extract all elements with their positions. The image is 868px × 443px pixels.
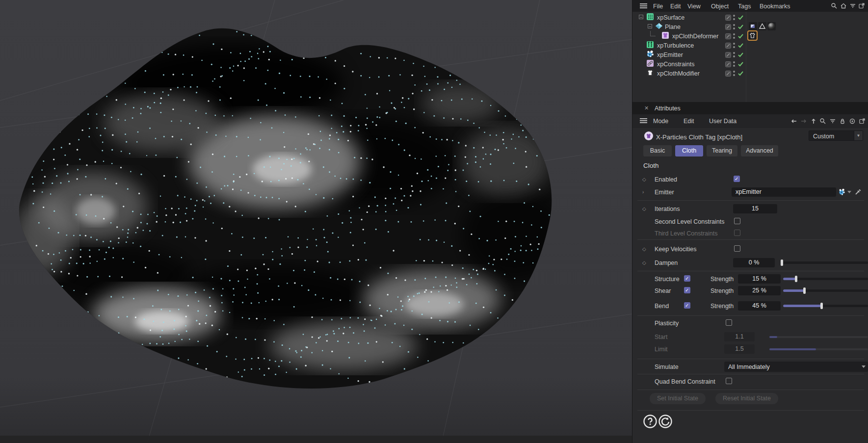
key-diamond-icon[interactable]: ◇: [642, 246, 646, 252]
help-icon[interactable]: [643, 414, 658, 429]
tree-item-label[interactable]: xpConstraints: [657, 61, 694, 68]
second-level-constraints-checkbox[interactable]: [734, 218, 740, 224]
key-diamond-icon[interactable]: ◇: [642, 177, 646, 182]
quad-bend-constraint-checkbox[interactable]: [726, 378, 732, 384]
xpemitter-icon: [646, 50, 654, 58]
iterations-field[interactable]: 15: [733, 204, 777, 213]
tree-item-label[interactable]: xpClothModifier: [657, 70, 700, 77]
visibility-dots-icon[interactable]: [733, 70, 736, 78]
menu-file[interactable]: File: [653, 3, 663, 10]
structure-strength-field[interactable]: 15 %: [738, 274, 781, 284]
quad-bend-constraint-label: Quad Bend Constraint: [655, 378, 715, 385]
search-icon[interactable]: [831, 2, 838, 9]
tree-item-label[interactable]: xpEmitter: [657, 52, 683, 58]
target-icon[interactable]: [849, 118, 856, 125]
layer-icon[interactable]: [725, 70, 731, 78]
emitter-link-field[interactable]: xpEmitter: [732, 187, 836, 197]
up-icon[interactable]: [810, 118, 817, 125]
phong-tag-icon[interactable]: [749, 22, 757, 30]
bend-strength-field[interactable]: 45 %: [738, 301, 781, 311]
bend-row: Bend Strength 45 %: [632, 301, 868, 312]
structure-strength-slider[interactable]: [783, 278, 868, 280]
eyedropper-icon[interactable]: [854, 188, 861, 195]
attr-menu-mode[interactable]: Mode: [653, 118, 668, 125]
shear-checkbox[interactable]: [684, 287, 690, 293]
material-tag-icon[interactable]: [767, 22, 776, 30]
tree-item-xpturbulence[interactable]: xpTurbulence: [632, 40, 868, 50]
tab-cloth[interactable]: Cloth: [675, 145, 703, 156]
divider: [637, 239, 864, 240]
menu-bookmarks[interactable]: Bookmarks: [760, 3, 790, 10]
forward-icon[interactable]: [800, 118, 807, 125]
simulate-dropdown[interactable]: All Immediately: [724, 362, 868, 372]
bend-strength-slider[interactable]: [783, 305, 868, 307]
key-diamond-icon[interactable]: ◇: [642, 260, 646, 265]
tree-item-xpsurface[interactable]: − xpSurface: [632, 12, 868, 22]
lock-icon[interactable]: [839, 118, 846, 125]
tab-basic[interactable]: Basic: [643, 145, 672, 156]
keep-velocities-checkbox[interactable]: [734, 245, 740, 252]
collapse-icon[interactable]: −: [639, 15, 643, 19]
reset-initial-state-button[interactable]: Reset Initial State: [715, 393, 778, 404]
tree-item-label[interactable]: Plane: [665, 24, 681, 30]
back-icon[interactable]: [790, 118, 797, 125]
tree-item-xpclothmodifier[interactable]: xpClothModifier: [632, 68, 868, 78]
dampen-field[interactable]: 0 %: [733, 258, 775, 267]
filter-icon[interactable]: [849, 2, 856, 9]
menu-tags[interactable]: Tags: [738, 3, 751, 10]
tree-item-plane[interactable]: − Plane: [632, 22, 868, 31]
triangle-tag-icon[interactable]: [758, 22, 766, 30]
xpturbulence-icon: [646, 41, 654, 49]
divider: [637, 410, 864, 411]
attributes-menu-icon[interactable]: [640, 118, 647, 124]
set-initial-state-button[interactable]: Set Initial State: [650, 393, 706, 404]
dampen-label: Dampen: [655, 260, 678, 266]
shear-strength-field[interactable]: 25 %: [738, 286, 781, 295]
tree-item-label[interactable]: xpSurface: [657, 14, 684, 21]
reset-icon[interactable]: [658, 414, 673, 429]
preset-value: Custom: [813, 133, 834, 140]
tab-tearing[interactable]: Tearing: [707, 145, 737, 156]
divider: [637, 315, 864, 316]
third-level-constraints-row: Third Level Constraints: [632, 228, 868, 239]
tree-item-xpemitter[interactable]: xpEmitter: [632, 50, 868, 59]
plasticity-checkbox[interactable]: [726, 319, 732, 326]
viewport-canvas[interactable]: [0, 0, 632, 443]
menu-view[interactable]: View: [687, 3, 701, 10]
cloth-tag-icon-selected[interactable]: [748, 31, 757, 40]
enabled-checkbox[interactable]: [734, 176, 740, 182]
new-window-icon[interactable]: [859, 118, 866, 125]
menu-edit[interactable]: Edit: [670, 3, 681, 10]
menu-object[interactable]: Object: [711, 3, 729, 10]
shear-strength-label: Strength: [710, 287, 734, 294]
close-icon[interactable]: ✕: [644, 105, 649, 111]
iterations-label: Iterations: [655, 206, 680, 212]
shear-strength-slider[interactable]: [783, 289, 868, 292]
tree-item-label[interactable]: xpClothDeformer: [672, 33, 718, 40]
chevron-down-icon[interactable]: [847, 191, 851, 193]
tree-item-xpclothdeformer[interactable]: xpClothDeformer: [632, 31, 868, 40]
attr-menu-edit[interactable]: Edit: [684, 118, 694, 125]
chevron-down-icon: [862, 365, 866, 368]
key-diamond-icon[interactable]: ◇: [642, 206, 646, 211]
home-icon[interactable]: [840, 2, 847, 9]
tree-item-xpconstraints[interactable]: xpConstraints: [632, 59, 868, 68]
structure-checkbox[interactable]: [684, 275, 690, 282]
enabled-check-icon[interactable]: [737, 70, 744, 78]
attr-menu-userdata[interactable]: User Data: [709, 118, 736, 125]
new-window-icon[interactable]: [858, 2, 865, 9]
dampen-slider[interactable]: [781, 261, 868, 264]
simulate-label: Simulate: [655, 364, 679, 370]
preset-dropdown[interactable]: Custom ▼: [809, 130, 863, 141]
expand-arrow-icon[interactable]: ›: [642, 189, 644, 195]
object-manager-menu-icon[interactable]: [640, 3, 647, 9]
search-icon[interactable]: [819, 118, 826, 125]
tab-advanced[interactable]: Advanced: [741, 145, 778, 156]
quad-bend-constraint-row: Quad Bend Constraint: [632, 376, 868, 387]
xpconstraints-icon: [646, 59, 654, 67]
bend-checkbox[interactable]: [684, 302, 690, 309]
enabled-label: Enabled: [655, 176, 677, 183]
tree-item-label[interactable]: xpTurbulence: [657, 42, 694, 49]
filter-icon[interactable]: [829, 118, 836, 125]
collapse-icon[interactable]: −: [648, 24, 652, 28]
